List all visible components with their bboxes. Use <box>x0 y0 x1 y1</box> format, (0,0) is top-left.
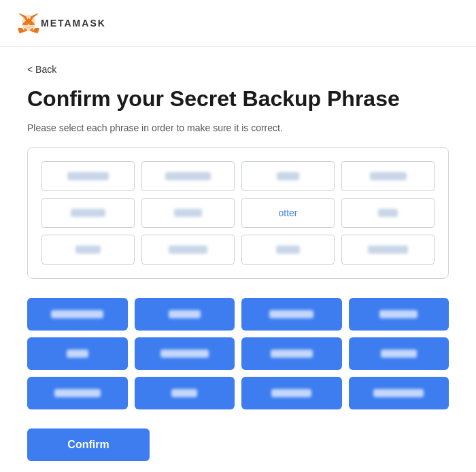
slot-blur-3 <box>277 172 300 180</box>
word-bank-btn-6[interactable] <box>135 337 235 370</box>
phrase-slot[interactable] <box>341 198 435 228</box>
slot-word-otter: otter <box>278 207 297 218</box>
phrase-slot[interactable] <box>141 198 235 228</box>
phrase-slot[interactable] <box>241 161 335 191</box>
slot-blur-9 <box>75 246 101 254</box>
slot-blur-1 <box>67 172 109 180</box>
word-bank-btn-8[interactable] <box>349 337 449 370</box>
word-bank-btn-9[interactable] <box>27 377 128 409</box>
word-bank-btn-5[interactable] <box>27 337 128 370</box>
slot-blur-5 <box>71 209 105 217</box>
slot-blur-11 <box>276 246 300 254</box>
word-bank-btn-12[interactable] <box>349 377 449 409</box>
back-link[interactable]: < Back <box>27 64 56 75</box>
phrase-slot-otter[interactable]: otter <box>241 198 335 228</box>
word-bank-btn-7[interactable] <box>241 337 342 370</box>
word-bank-btn-2[interactable] <box>135 298 235 331</box>
phrase-slot[interactable] <box>41 198 135 228</box>
slot-blur-2 <box>165 172 211 180</box>
phrase-slot[interactable] <box>241 235 335 265</box>
word-bank-btn-4[interactable] <box>349 298 449 331</box>
svg-marker-2 <box>33 29 39 33</box>
metamask-logo-icon <box>16 11 41 35</box>
word-bank <box>27 298 449 409</box>
slot-blur-10 <box>169 246 207 254</box>
word-bank-btn-1[interactable] <box>27 298 128 331</box>
phrase-slot[interactable] <box>141 235 235 265</box>
word-bank-btn-10[interactable] <box>135 377 235 409</box>
slot-blur-12 <box>368 246 408 254</box>
subtitle: Please select each phrase in order to ma… <box>27 122 449 133</box>
word-bank-btn-11[interactable] <box>241 377 342 409</box>
word-bank-btn-3[interactable] <box>241 298 342 331</box>
svg-marker-3 <box>18 29 24 33</box>
confirm-button[interactable]: Confirm <box>27 428 150 461</box>
header: METAMASK <box>0 0 476 47</box>
page-title: Confirm your Secret Backup Phrase <box>27 86 449 112</box>
slot-blur-6 <box>174 209 202 217</box>
phrase-slot[interactable] <box>141 161 235 191</box>
main-content: < Back Confirm your Secret Backup Phrase… <box>0 47 476 472</box>
slot-blur-4 <box>370 172 407 180</box>
phrase-drop-area: otter <box>27 147 449 279</box>
phrase-slot[interactable] <box>341 235 435 265</box>
phrase-slot[interactable] <box>41 235 135 265</box>
phrase-grid: otter <box>41 161 435 265</box>
phrase-slot[interactable] <box>41 161 135 191</box>
phrase-slot[interactable] <box>341 161 435 191</box>
slot-blur-8 <box>378 209 398 217</box>
logo-text: METAMASK <box>41 18 106 29</box>
